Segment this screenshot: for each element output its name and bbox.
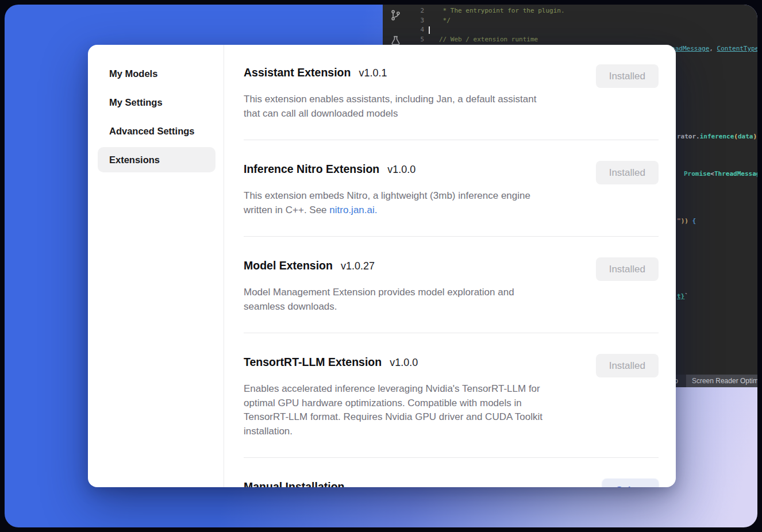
code-token: // Web / extension runtime [439, 36, 538, 43]
extension-name: TensortRT-LLM Extension [244, 356, 382, 368]
extension-title-group: Manual Installation [244, 479, 345, 487]
code-token: inference [700, 133, 734, 140]
code-line-text: // Web / extension runtime [424, 35, 538, 45]
extension-name: Assistant Extension [244, 66, 351, 79]
extension-description-text: This extension enables assistants, inclu… [244, 94, 536, 119]
extension-description-text: Enables accelerated inference leveraging… [244, 383, 542, 437]
extension-row-header: Inference Nitro Extensionv1.0.0Installed [244, 161, 659, 184]
sidebar-item-my-settings[interactable]: My Settings [98, 90, 215, 115]
code-fragment: t}` [677, 292, 688, 300]
extension-name: Model Extension [244, 259, 333, 272]
extension-row: TensortRT-LLM Extensionv1.0.0InstalledEn… [244, 354, 659, 438]
code-fragment: ")) { [677, 217, 696, 225]
screen-reader-status-item[interactable]: Screen Reader Optimized [686, 375, 757, 387]
extension-description: Model Management Extension provides mode… [244, 286, 588, 314]
line-number: 5 [408, 35, 424, 45]
settings-panel: My ModelsMy SettingsAdvanced SettingsExt… [88, 45, 676, 487]
extension-description-text: This extension embeds Nitro, a lightweig… [244, 190, 530, 215]
installed-button[interactable]: Installed [596, 64, 659, 88]
line-number: 4 [408, 25, 424, 35]
text-cursor [429, 26, 430, 34]
nitro-jan-ai-link[interactable]: nitro.jan.ai. [329, 205, 377, 215]
code-token: rator. [677, 133, 700, 140]
row-divider [244, 140, 659, 140]
extension-description: Enables accelerated inference leveraging… [244, 382, 588, 438]
code-line: 3 */ [408, 16, 757, 26]
extension-title-group: Model Extensionv1.0.27 [244, 257, 375, 273]
extension-name: Inference Nitro Extension [244, 163, 379, 175]
code-line: 2 * The entrypoint for the plugin. [408, 6, 757, 16]
code-token: ThreadMessage [714, 170, 757, 178]
extension-row: Assistant Extensionv1.0.1InstalledThis e… [244, 64, 659, 121]
code-fragment: rator.inference(data)); [677, 133, 757, 140]
code-token: ContentType [717, 45, 757, 52]
code-token: )) [753, 133, 757, 140]
extension-version: v1.0.27 [341, 260, 375, 272]
sidebar-item-my-models[interactable]: My Models [98, 61, 215, 86]
row-divider [244, 333, 659, 333]
code-line-text: * The entrypoint for the plugin. [424, 6, 565, 16]
code-token: , [709, 45, 717, 52]
code-token: < [710, 170, 714, 178]
extension-description: This extension embeds Nitro, a lightweig… [244, 189, 588, 217]
extension-title-group: TensortRT-LLM Extensionv1.0.0 [244, 354, 418, 370]
code-line: 5// Web / extension runtime [408, 35, 757, 45]
line-number: 3 [408, 16, 424, 26]
extension-title-group: Inference Nitro Extensionv1.0.0 [244, 161, 415, 177]
code-token: * The entrypoint for the plugin. [439, 7, 565, 14]
extension-description-text: Model Management Extension provides mode… [244, 287, 514, 312]
extension-row-header: Model Extensionv1.0.27Installed [244, 257, 659, 281]
source-control-icon[interactable] [390, 9, 402, 21]
extension-row-header: Assistant Extensionv1.0.1Installed [244, 64, 659, 88]
sidebar-item-extensions[interactable]: Extensions [98, 147, 215, 172]
settings-sidebar: My ModelsMy SettingsAdvanced SettingsExt… [88, 45, 224, 487]
line-number: 2 [408, 6, 424, 16]
extension-version: v1.0.0 [387, 164, 415, 175]
extensions-list: Assistant Extensionv1.0.1InstalledThis e… [224, 45, 676, 487]
code-line-text [424, 25, 439, 35]
extension-row-header: TensortRT-LLM Extensionv1.0.0Installed [244, 354, 659, 377]
extension-row-header: Manual InstallationSelect [244, 479, 659, 487]
installed-button[interactable]: Installed [596, 354, 659, 377]
code-line: 4 [408, 25, 757, 35]
code-fragment: Promise<ThreadMessage> [684, 170, 757, 178]
installed-button[interactable]: Installed [596, 161, 659, 184]
hero-background: 2 * The entrypoint for the plugin.3 */45… [5, 5, 757, 527]
extension-row: Manual InstallationSelectSelect an exten… [244, 479, 659, 487]
extension-version: v1.0.0 [390, 357, 418, 368]
code-token: ` [684, 292, 688, 300]
code-token: ( [734, 133, 738, 140]
code-token: { [692, 217, 696, 225]
code-token: )) [681, 217, 688, 225]
extension-title-group: Assistant Extensionv1.0.1 [244, 64, 387, 80]
row-divider [244, 457, 659, 458]
extension-description: This extension enables assistants, inclu… [244, 92, 588, 121]
code-token: t} [677, 292, 684, 300]
code-token: */ [439, 17, 451, 24]
code-token: data [738, 133, 753, 140]
row-divider [244, 236, 659, 237]
code-token [688, 217, 692, 225]
installed-button[interactable]: Installed [596, 257, 659, 281]
extension-version: v1.0.1 [359, 67, 387, 79]
code-token: " [677, 217, 681, 225]
extension-name: Manual Installation [244, 480, 345, 487]
select-button[interactable]: Select [602, 479, 659, 487]
code-line-text: */ [424, 16, 451, 26]
sidebar-item-advanced-settings[interactable]: Advanced Settings [98, 118, 215, 144]
extension-row: Inference Nitro Extensionv1.0.0Installed… [244, 161, 659, 217]
code-token: Promise [684, 170, 710, 178]
extension-row: Model Extensionv1.0.27InstalledModel Man… [244, 257, 659, 314]
